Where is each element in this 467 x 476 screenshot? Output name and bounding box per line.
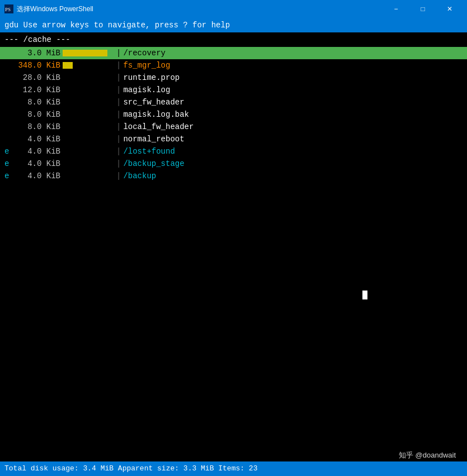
list-item[interactable]: 8.0 KiB|local_fw_header (0, 121, 467, 133)
row-size: 8.0 KiB (10, 121, 60, 133)
row-separator: | (116, 133, 121, 145)
row-size: 28.0 KiB (10, 72, 60, 84)
close-button[interactable]: ✕ (437, 0, 463, 18)
row-size: 4.0 KiB (10, 170, 60, 182)
gdu-status-line: gdu Use arrow keys to navigate, press ? … (0, 18, 467, 32)
size-bar (63, 50, 107, 56)
dir-header-text: --- /cache --- (4, 35, 70, 44)
title-bar-controls: − □ ✕ (383, 0, 463, 18)
row-size: 4.0 KiB (10, 133, 60, 145)
size-bar (63, 62, 73, 69)
row-name: local_fw_header (121, 121, 463, 133)
row-name: fs_mgr_log (121, 59, 463, 72)
row-size: 4.0 KiB (10, 158, 60, 170)
list-item[interactable]: 8.0 KiB|magisk.log.bak (0, 108, 467, 121)
row-prefix: e (4, 158, 10, 170)
list-item[interactable]: 4.0 KiB|normal_reboot (0, 133, 467, 145)
row-separator: | (116, 47, 121, 59)
file-list: 3.0 MiB|/recovery348.0 KiB|fs_mgr_log28.… (0, 47, 467, 182)
row-separator: | (116, 84, 121, 96)
row-size: 348.0 KiB (10, 59, 60, 72)
row-separator: | (116, 170, 121, 182)
window-title: 选择Windows PowerShell (17, 4, 93, 14)
row-name: /backup_stage (121, 158, 463, 170)
row-size: 4.0 KiB (10, 145, 60, 158)
powershell-icon: PS (4, 4, 13, 13)
bottom-status-bar: Total disk usage: 3.4 MiB Apparent size:… (0, 461, 467, 476)
row-size: 8.0 KiB (10, 108, 60, 121)
row-name: src_fw_header (121, 96, 463, 108)
dir-header: --- /cache --- (0, 32, 467, 47)
row-separator: | (116, 96, 121, 108)
watermark: 知乎 @doandwait (399, 450, 456, 460)
cursor (362, 291, 367, 299)
row-separator: | (116, 108, 121, 121)
row-size: 12.0 KiB (10, 84, 60, 96)
svg-text:PS: PS (5, 7, 11, 12)
title-bar: PS 选择Windows PowerShell − □ ✕ (0, 0, 467, 18)
list-item[interactable]: 348.0 KiB|fs_mgr_log (0, 59, 467, 72)
title-bar-left: PS 选择Windows PowerShell (4, 4, 93, 14)
status-text: gdu Use arrow keys to navigate, press ? … (4, 21, 230, 30)
row-size: 3.0 MiB (10, 47, 60, 59)
row-separator: | (116, 158, 121, 170)
list-item[interactable]: 28.0 KiB|runtime.prop (0, 72, 467, 84)
list-item[interactable]: 12.0 KiB|magisk.log (0, 84, 467, 96)
row-name: /backup (121, 170, 463, 182)
row-name: runtime.prop (121, 72, 463, 84)
row-name: /lost+found (121, 145, 463, 158)
row-bar (60, 50, 116, 56)
row-name: /recovery (121, 47, 463, 59)
terminal: gdu Use arrow keys to navigate, press ? … (0, 18, 467, 476)
maximize-button[interactable]: □ (410, 0, 436, 18)
row-prefix: e (4, 170, 10, 182)
row-name: magisk.log (121, 84, 463, 96)
row-separator: | (116, 145, 121, 158)
row-prefix: e (4, 145, 10, 158)
row-name: normal_reboot (121, 133, 463, 145)
row-size: 8.0 KiB (10, 96, 60, 108)
row-name: magisk.log.bak (121, 108, 463, 121)
list-item[interactable]: e4.0 KiB|/backup_stage (0, 158, 467, 170)
row-separator: | (116, 121, 121, 133)
bottom-status-text: Total disk usage: 3.4 MiB Apparent size:… (4, 464, 257, 473)
row-bar (60, 62, 116, 69)
list-item[interactable]: e4.0 KiB|/backup (0, 170, 467, 182)
list-item[interactable]: 8.0 KiB|src_fw_header (0, 96, 467, 108)
list-item[interactable]: 3.0 MiB|/recovery (0, 47, 467, 59)
list-item[interactable]: e4.0 KiB|/lost+found (0, 145, 467, 158)
row-separator: | (116, 72, 121, 84)
row-separator: | (116, 59, 121, 72)
minimize-button[interactable]: − (383, 0, 409, 18)
